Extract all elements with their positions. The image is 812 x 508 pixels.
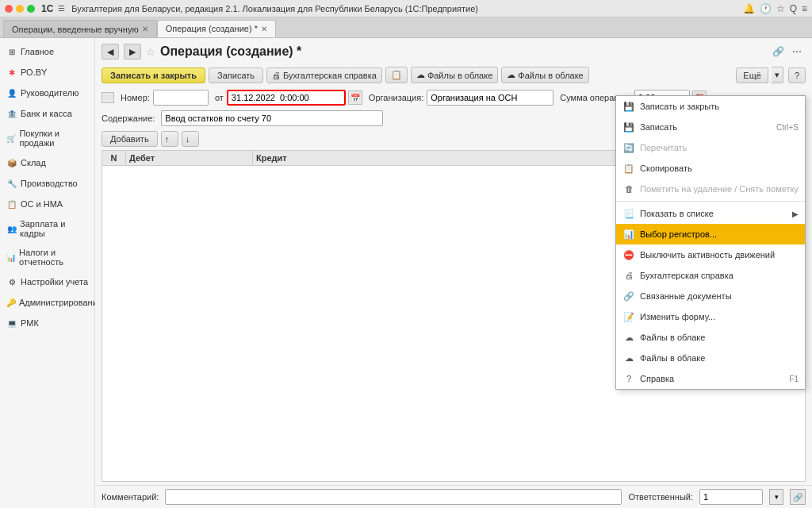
- files-cloud1-button[interactable]: ☁ Файлы в облаке: [411, 67, 498, 83]
- accounting-note-button[interactable]: 🖨 Бухгалтерская справка: [266, 67, 382, 83]
- sidebar-item-rmk[interactable]: 💻 РМК: [0, 313, 94, 333]
- responsible-input[interactable]: [699, 489, 763, 505]
- number-label: Номер:: [121, 93, 150, 102]
- number-input[interactable]: [153, 90, 209, 106]
- menu-accounting-note-icon: 🖨: [622, 269, 635, 282]
- home-icon: ⊞: [6, 46, 17, 57]
- sidebar-item-admin[interactable]: 🔑 Администрирование: [0, 292, 94, 313]
- bell-icon[interactable]: 🔔: [743, 3, 755, 14]
- close-window-btn[interactable]: [5, 5, 13, 13]
- menu-mark-delete-label: Пометить на удаление / Снять пометку: [640, 184, 799, 194]
- manager-icon: 👤: [6, 87, 17, 98]
- sidebar-item-settings[interactable]: ⚙ Настройки учета: [0, 271, 94, 292]
- dots-icon[interactable]: ⋯: [788, 43, 806, 60]
- printer-icon: 🖨: [272, 71, 281, 80]
- date-group: от 📅: [215, 90, 362, 106]
- tab-create-label: Операция (создание) *: [166, 24, 258, 33]
- tab-create-close[interactable]: ✕: [261, 25, 267, 33]
- col-n: N: [102, 151, 126, 165]
- files-cloud2-button[interactable]: ☁ Файлы в облаке: [501, 67, 588, 83]
- menu-show-list-icon: 📃: [622, 207, 635, 220]
- sidebar-label-warehouse: Склад: [21, 158, 46, 167]
- date-input[interactable]: [227, 90, 346, 106]
- menu-item-save[interactable]: 💾 Записать Ctrl+S: [616, 117, 805, 137]
- favorite-icon[interactable]: ☆: [146, 46, 155, 58]
- maximize-window-btn[interactable]: [27, 5, 35, 13]
- toolbar: Записать и закрыть Записать 🖨 Бухгалтерс…: [95, 67, 812, 88]
- sidebar-item-bank[interactable]: 🏦 Банк и касса: [0, 103, 94, 124]
- sidebar-label-admin: Администрирование: [19, 298, 102, 307]
- sidebar-item-warehouse[interactable]: 📦 Склад: [0, 152, 94, 173]
- number-group: Номер:: [121, 90, 209, 106]
- menu-save-close-label: Записать и закрыть: [640, 102, 799, 111]
- sidebar-item-taxes[interactable]: 📊 Налоги и отчетность: [0, 243, 94, 271]
- menu-item-accounting-note[interactable]: 🖨 Бухгалтерская справка: [616, 265, 805, 286]
- menu-help-label: Справка: [640, 374, 784, 383]
- save-and-close-button[interactable]: Записать и закрыть: [102, 67, 205, 83]
- nav-forward-button[interactable]: ▶: [124, 44, 141, 60]
- sidebar-item-sales[interactable]: 🛒 Покупки и продажи: [0, 124, 94, 152]
- menu-item-files-cloud1[interactable]: ☁ Файлы в облаке: [616, 327, 805, 348]
- sidebar-item-salary[interactable]: 👥 Зарплата и кадры: [0, 214, 94, 243]
- cloud2-icon: ☁: [507, 70, 515, 80]
- app-icon-1c: 1С: [41, 3, 53, 14]
- menu-item-save-and-close[interactable]: 💾 Записать и закрыть: [616, 96, 805, 117]
- menu-item-related-docs[interactable]: 🔗 Связанные документы: [616, 286, 805, 306]
- more-arrow-button[interactable]: ▾: [772, 67, 783, 83]
- history-icon[interactable]: 🕐: [760, 3, 772, 14]
- sidebar-label-settings: Настройки учета: [21, 277, 88, 287]
- menu-accounting-note-label: Бухгалтерская справка: [640, 271, 799, 280]
- content-input[interactable]: [161, 110, 383, 126]
- user-icon[interactable]: Q: [790, 3, 797, 14]
- sidebar-item-home[interactable]: ⊞ Главное: [0, 41, 94, 62]
- os-nma-icon: 📋: [6, 198, 17, 210]
- link-icon[interactable]: 🔗: [769, 43, 787, 60]
- sidebar-item-os-nma[interactable]: 📋 ОС и НМА: [0, 194, 94, 214]
- org-input[interactable]: [427, 90, 553, 106]
- minimize-window-btn[interactable]: [16, 5, 24, 13]
- sales-icon: 🛒: [6, 133, 16, 144]
- sidebar-item-po-by[interactable]: ✱ РО.BY: [0, 62, 94, 83]
- menu-item-show-list[interactable]: 📃 Показать в списке ▶: [616, 203, 805, 224]
- menu-related-docs-icon: 🔗: [622, 290, 635, 302]
- save-button[interactable]: Записать: [209, 67, 263, 83]
- tab-create-operation[interactable]: Операция (создание) * ✕: [157, 20, 276, 37]
- responsible-link-btn[interactable]: 🔗: [790, 489, 806, 505]
- sidebar-label-bank: Банк и касса: [21, 109, 72, 118]
- menu-dots-icon[interactable]: ≡: [802, 3, 807, 14]
- tab-operations-close[interactable]: ✕: [142, 25, 148, 33]
- menu-item-register-select[interactable]: 📊 Выбор регистров...: [616, 224, 805, 244]
- title-bar: 1С ☰ Бухгалтерия для Беларуси, редакция …: [0, 0, 812, 17]
- sidebar-item-production[interactable]: 🔧 Производство: [0, 173, 94, 194]
- sidebar-label-sales: Покупки и продажи: [19, 129, 88, 148]
- responsible-label: Ответственный:: [628, 492, 693, 502]
- document-title: Операция (создание) *: [160, 44, 301, 59]
- calendar-button[interactable]: 📅: [348, 90, 362, 105]
- add-button[interactable]: Добавить: [102, 131, 158, 147]
- content-area: ◀ ▶ ☆ Операция (создание) * 🔗 ⋯ Записать…: [95, 38, 812, 508]
- comment-label: Комментарий:: [102, 492, 159, 502]
- move-down-button[interactable]: ↓: [182, 131, 199, 147]
- help-button[interactable]: ?: [788, 67, 806, 83]
- menu-icon: ☰: [58, 4, 65, 13]
- copy-icon-btn[interactable]: 📋: [385, 67, 408, 83]
- nav-back-button[interactable]: ◀: [102, 44, 119, 60]
- menu-register-label: Выбор регистров...: [640, 229, 799, 239]
- tab-operations[interactable]: Операции, введенные вручную ✕: [3, 20, 157, 37]
- star-icon[interactable]: ☆: [776, 3, 785, 14]
- rmk-icon: 💻: [6, 318, 17, 329]
- responsible-dropdown-btn[interactable]: ▾: [769, 489, 783, 505]
- menu-item-disable-movement[interactable]: ⛔ Выключить активность движений: [616, 244, 805, 265]
- toolbar-right: 🔗 ⋯: [769, 43, 806, 60]
- move-up-button[interactable]: ↑: [161, 131, 178, 147]
- menu-item-help[interactable]: ? Справка F1: [616, 368, 805, 389]
- more-button[interactable]: Ещё: [736, 67, 768, 83]
- menu-recalculate-icon: 🔄: [622, 141, 635, 154]
- comment-input[interactable]: [165, 489, 622, 505]
- menu-item-files-cloud2[interactable]: ☁ Файлы в облаке: [616, 348, 805, 368]
- warehouse-icon: 📦: [6, 157, 17, 168]
- menu-copy-icon: 📋: [622, 162, 635, 175]
- menu-item-copy[interactable]: 📋 Скопировать: [616, 158, 805, 179]
- menu-item-change-form[interactable]: 📝 Изменить форму...: [616, 306, 805, 327]
- sidebar-item-manager[interactable]: 👤 Руководителю: [0, 83, 94, 103]
